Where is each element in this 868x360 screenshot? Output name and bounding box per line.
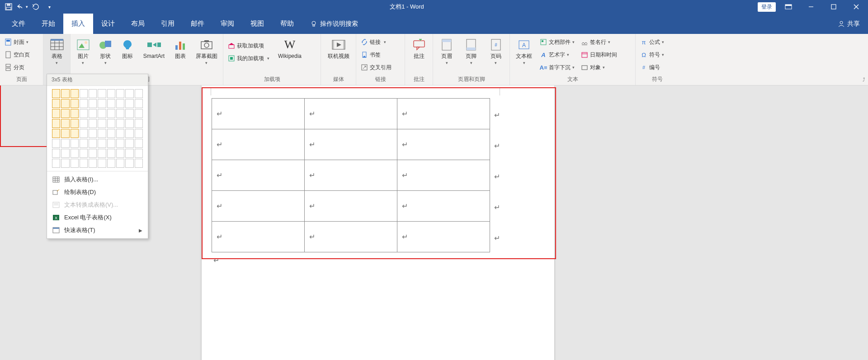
bookmark-button[interactable]: 书签 — [359, 49, 393, 60]
grid-cell[interactable] — [135, 119, 143, 128]
table-cell[interactable]: ↵ — [212, 99, 305, 129]
number-button[interactable]: #编号 — [638, 62, 666, 73]
tab-home[interactable]: 开始 — [33, 14, 63, 34]
icons-button[interactable]: 图标 — [118, 36, 137, 59]
table-grid-picker[interactable] — [47, 86, 148, 171]
table-cell[interactable]: ↵ — [212, 191, 305, 222]
grid-cell[interactable] — [71, 129, 79, 138]
collapse-ribbon-icon[interactable]: ⤴ — [863, 77, 865, 82]
equation-button[interactable]: π公式▾ — [638, 37, 666, 47]
grid-cell[interactable] — [98, 149, 106, 158]
redo-button[interactable] — [29, 1, 42, 13]
table-cell[interactable]: ↵ — [305, 99, 397, 129]
grid-cell[interactable] — [125, 159, 133, 168]
grid-cell[interactable] — [125, 129, 133, 138]
grid-cell[interactable] — [135, 149, 143, 158]
grid-cell[interactable] — [98, 159, 106, 168]
grid-cell[interactable] — [89, 139, 97, 148]
grid-cell[interactable] — [61, 149, 69, 158]
online-video-button[interactable]: 联机视频 — [324, 36, 353, 59]
inserted-table[interactable]: ↵↵↵↵↵↵↵↵↵↵↵↵↵↵↵ — [212, 98, 490, 252]
grid-cell[interactable] — [89, 149, 97, 158]
table-cell[interactable]: ↵ — [305, 129, 397, 160]
grid-cell[interactable] — [61, 159, 69, 168]
page-number-button[interactable]: #页码▾ — [485, 36, 507, 66]
excel-spreadsheet-menu[interactable]: XExcel 电子表格(X) — [47, 211, 148, 224]
grid-cell[interactable] — [71, 89, 79, 98]
tab-design[interactable]: 设计 — [93, 14, 123, 34]
grid-cell[interactable] — [116, 159, 124, 168]
tab-layout[interactable]: 布局 — [123, 14, 153, 34]
grid-cell[interactable] — [89, 89, 97, 98]
symbol-button[interactable]: Ω符号▾ — [638, 49, 666, 60]
my-addins-button[interactable]: 我的加载项▾ — [226, 53, 271, 64]
grid-cell[interactable] — [135, 89, 143, 98]
grid-cell[interactable] — [52, 119, 60, 128]
comment-button[interactable]: 批注 — [408, 36, 430, 59]
pictures-button[interactable]: 图片▾ — [73, 36, 93, 66]
tab-review[interactable]: 审阅 — [212, 14, 242, 34]
quick-parts-button[interactable]: 文档部件▾ — [538, 37, 576, 47]
grid-cell[interactable] — [116, 99, 124, 108]
tab-help[interactable]: 帮助 — [272, 14, 302, 34]
grid-cell[interactable] — [80, 89, 88, 98]
grid-cell[interactable] — [80, 119, 88, 128]
login-button[interactable]: 登录 — [758, 2, 776, 12]
grid-cell[interactable] — [98, 109, 106, 118]
grid-cell[interactable] — [71, 99, 79, 108]
grid-cell[interactable] — [61, 119, 69, 128]
undo-button[interactable]: ▾ — [15, 1, 29, 13]
link-button[interactable]: 链接▾ — [359, 37, 393, 47]
grid-cell[interactable] — [89, 119, 97, 128]
close-button[interactable] — [846, 0, 866, 13]
signature-line-button[interactable]: 签名行▾ — [579, 37, 619, 47]
table-cell[interactable]: ↵ — [397, 99, 490, 129]
grid-cell[interactable] — [71, 109, 79, 118]
table-cell[interactable]: ↵ — [305, 160, 397, 191]
header-button[interactable]: 页眉▾ — [436, 36, 458, 66]
grid-cell[interactable] — [52, 129, 60, 138]
grid-cell[interactable] — [52, 99, 60, 108]
grid-cell[interactable] — [80, 129, 88, 138]
grid-cell[interactable] — [52, 159, 60, 168]
tab-insert[interactable]: 插入 — [63, 14, 93, 34]
screenshot-button[interactable]: 屏幕截图▾ — [193, 36, 220, 66]
grid-cell[interactable] — [80, 159, 88, 168]
table-cell[interactable]: ↵ — [212, 222, 305, 252]
grid-cell[interactable] — [107, 159, 115, 168]
ribbon-display-options[interactable] — [778, 0, 798, 13]
grid-cell[interactable] — [135, 109, 143, 118]
tell-me-search[interactable]: 操作说明搜索 — [302, 14, 358, 34]
table-button[interactable]: 表格▾ — [46, 36, 67, 66]
cross-reference-button[interactable]: 交叉引用 — [359, 62, 393, 73]
grid-cell[interactable] — [98, 139, 106, 148]
grid-cell[interactable] — [107, 129, 115, 138]
grid-cell[interactable] — [71, 159, 79, 168]
grid-cell[interactable] — [116, 109, 124, 118]
grid-cell[interactable] — [61, 99, 69, 108]
tab-mailings[interactable]: 邮件 — [183, 14, 212, 34]
wordart-button[interactable]: A艺术字▾ — [538, 49, 576, 60]
grid-cell[interactable] — [89, 99, 97, 108]
wikipedia-button[interactable]: WWikipedia — [274, 36, 306, 59]
table-cell[interactable]: ↵ — [212, 160, 305, 191]
table-cell[interactable]: ↵ — [397, 129, 490, 160]
cover-page-button[interactable]: 封面▾ — [3, 37, 32, 47]
table-cell[interactable]: ↵ — [397, 191, 490, 222]
save-button[interactable] — [2, 1, 15, 13]
maximize-button[interactable] — [824, 0, 844, 13]
footer-button[interactable]: 页脚▾ — [460, 36, 482, 66]
table-cell[interactable]: ↵ — [397, 160, 490, 191]
grid-cell[interactable] — [125, 119, 133, 128]
grid-cell[interactable] — [98, 129, 106, 138]
customize-qat[interactable]: ▾ — [42, 1, 56, 13]
date-time-button[interactable]: 日期和时间 — [579, 49, 619, 60]
table-cell[interactable]: ↵ — [212, 129, 305, 160]
grid-cell[interactable] — [80, 99, 88, 108]
grid-cell[interactable] — [52, 109, 60, 118]
shapes-button[interactable]: 形状▾ — [95, 36, 115, 66]
grid-cell[interactable] — [125, 139, 133, 148]
share-button[interactable]: 共享 — [847, 20, 860, 28]
grid-cell[interactable] — [80, 139, 88, 148]
blank-page-button[interactable]: 空白页 — [3, 49, 32, 60]
